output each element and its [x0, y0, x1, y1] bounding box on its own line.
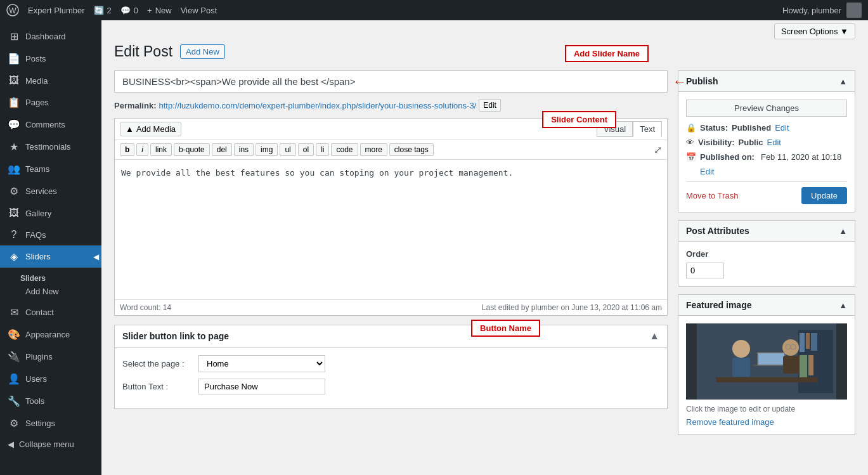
formatting-bar: b i link b-quote del ins img ul ol li co… [115, 140, 667, 160]
featured-image[interactable] [686, 323, 847, 400]
remove-featured-image-link[interactable]: Remove featured image [686, 417, 774, 427]
add-media-button[interactable]: ▲ Add Media [120, 122, 181, 136]
sidebar-item-gallery[interactable]: 🖼 Gallery [0, 202, 101, 224]
posts-icon: 📄 [8, 53, 20, 65]
view-post-item[interactable]: View Post [181, 6, 217, 15]
sidebar-label-settings: Settings [25, 419, 55, 428]
add-slider-name-annotation: Add Slider Name [565, 45, 649, 62]
post-attributes-toggle-icon[interactable]: ▲ [839, 226, 847, 236]
sidebar-item-tools[interactable]: 🔧 Tools [0, 390, 101, 412]
add-slider-name-label: Add Slider Name [574, 49, 640, 58]
fmt-link[interactable]: link [150, 143, 172, 156]
post-attributes-header: Post Attributes ▲ [678, 221, 855, 242]
fmt-li[interactable]: li [316, 143, 329, 156]
sidebar-item-dashboard[interactable]: ⊞ Dashboard [0, 25, 101, 48]
comments-item[interactable]: 💬 0 [120, 6, 138, 15]
media-plus-icon: ▲ [126, 124, 134, 134]
select-page-dropdown[interactable]: Home About Services Contact [198, 355, 325, 372]
tab-text[interactable]: Text [633, 121, 662, 137]
fmt-del[interactable]: del [212, 143, 232, 156]
editor-content-area[interactable]: We provide all the best features so you … [115, 160, 667, 299]
fmt-img[interactable]: img [256, 143, 278, 156]
sidebar-label-sliders: Sliders [25, 252, 51, 261]
wp-logo-item[interactable]: W [6, 4, 19, 16]
sidebar-item-teams[interactable]: 👥 Teams [0, 158, 101, 180]
svg-rect-14 [732, 358, 750, 377]
move-to-trash-link[interactable]: Move to Trash [686, 191, 738, 200]
sidebar-item-sliders[interactable]: ◈ Sliders ◀ [0, 245, 101, 268]
preview-changes-button[interactable]: Preview Changes [686, 100, 847, 117]
collapse-icon: ◀ [8, 439, 14, 449]
expand-editor-button[interactable]: ⤢ [654, 144, 662, 156]
appearance-icon: 🎨 [8, 329, 20, 341]
fmt-ol[interactable]: ol [298, 143, 314, 156]
sidebar-item-posts[interactable]: 📄 Posts [0, 48, 101, 70]
page-header: Edit Post Add New [114, 43, 855, 60]
publish-toggle-icon[interactable]: ▲ [839, 77, 847, 86]
post-attributes-title: Post Attributes [686, 226, 749, 236]
post-title-input[interactable] [114, 70, 668, 93]
sidebar-label-gallery: Gallery [25, 209, 51, 218]
site-name-item[interactable]: Expert Plumber [28, 6, 85, 15]
sidebar-item-faqs[interactable]: ? FAQs [0, 224, 101, 245]
testimonials-icon: ★ [8, 141, 20, 153]
new-label: New [155, 6, 172, 15]
editor-footer: Word count: 14 Last edited by plumber on… [115, 299, 667, 315]
fmt-bquote[interactable]: b-quote [174, 143, 210, 156]
sidebar-item-comments[interactable]: 💬 Comments [0, 114, 101, 136]
fmt-code[interactable]: code [331, 143, 358, 156]
sidebar-item-services[interactable]: ⚙ Services [0, 180, 101, 202]
status-row: 🔒 Status: Published Edit [686, 123, 847, 133]
update-button[interactable]: Update [801, 187, 847, 204]
lock-icon: 🔒 [686, 123, 696, 133]
sidebar-item-plugins[interactable]: 🔌 Plugins [0, 346, 101, 368]
sidebar-item-pages[interactable]: 📋 Pages [0, 91, 101, 114]
publish-title: Publish [686, 76, 718, 86]
visibility-edit-link[interactable]: Edit [767, 138, 781, 147]
sidebar-item-settings[interactable]: ⚙ Settings [0, 412, 101, 434]
fmt-more[interactable]: more [360, 143, 387, 156]
svg-rect-16 [783, 356, 800, 374]
fmt-ul[interactable]: ul [280, 143, 295, 156]
sliders-submenu: Sliders Add New [0, 268, 101, 301]
permalink-url[interactable]: http://luzukdemo.com/demo/expert-plumber… [159, 101, 476, 110]
order-input[interactable] [686, 263, 724, 278]
sidebar-label-comments: Comments [25, 120, 65, 129]
right-sidebar: Publish ▲ Preview Changes 🔒 Status: Publ… [678, 70, 855, 443]
sidebar-item-testimonials[interactable]: ★ Testimonials [0, 136, 101, 158]
sidebar-label-testimonials: Testimonials [25, 142, 71, 152]
fmt-ins[interactable]: ins [234, 143, 254, 156]
published-edit-link[interactable]: Edit [700, 167, 714, 176]
new-item[interactable]: + New [147, 6, 172, 15]
featured-image-toggle-icon[interactable]: ▲ [839, 301, 847, 310]
sidebar-label-contact: Contact [25, 308, 54, 317]
add-new-button[interactable]: Add New [180, 44, 225, 59]
sidebar-item-contact[interactable]: ✉ Contact [0, 301, 101, 323]
slider-button-toggle[interactable]: ▲ [649, 330, 659, 342]
slider-content-annotation: Slider Content [542, 111, 616, 128]
status-edit-link[interactable]: Edit [775, 123, 789, 133]
collapse-label: Collapse menu [19, 439, 74, 449]
sidebar-item-appearance[interactable]: 🎨 Appearance [0, 323, 101, 346]
dashboard-icon: ⊞ [8, 30, 20, 42]
fmt-bold[interactable]: b [120, 143, 134, 156]
services-icon: ⚙ [8, 185, 20, 197]
fmt-italic[interactable]: i [136, 143, 148, 156]
updates-item[interactable]: 🔄 2 [94, 6, 112, 15]
collapse-menu[interactable]: ◀ Collapse menu [0, 434, 101, 454]
slider-button-postbox: Slider button link to page ▲ Button Name… [114, 325, 668, 409]
sidebar-item-media[interactable]: 🖼 Media [0, 70, 101, 91]
visibility-value: Public [739, 138, 763, 147]
button-name-label: Button Name [480, 323, 531, 333]
faqs-icon: ? [8, 229, 20, 240]
screen-options-button[interactable]: Screen Options ▼ [774, 23, 855, 39]
button-text-input[interactable] [198, 379, 325, 394]
screen-options-label: Screen Options ▼ [781, 27, 848, 36]
sliders-add-new[interactable]: Add New [8, 284, 101, 299]
permalink-edit-button[interactable]: Edit [479, 99, 501, 112]
media-icon: 🖼 [8, 75, 20, 86]
publish-actions: Move to Trash Update [686, 181, 847, 204]
fmt-close-tags[interactable]: close tags [389, 143, 434, 156]
sidebar-item-users[interactable]: 👤 Users [0, 368, 101, 390]
button-text-row: Button Text : [122, 379, 659, 394]
